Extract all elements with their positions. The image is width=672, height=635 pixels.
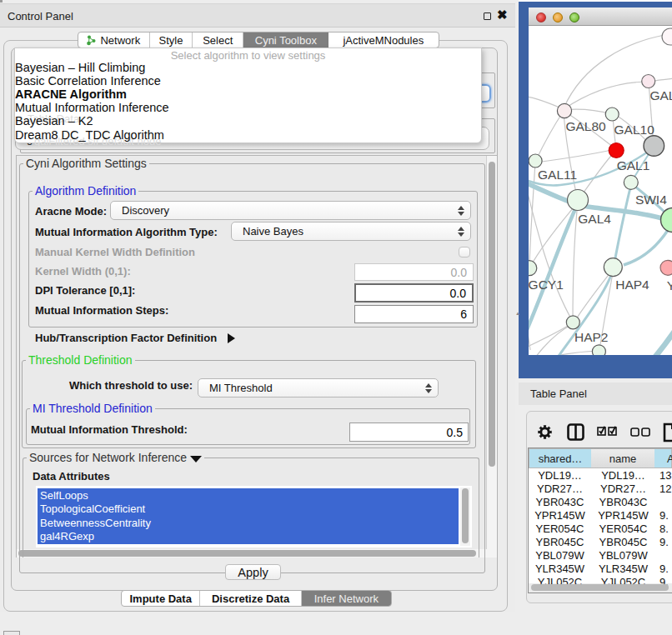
svg-text:GAL7: GAL7 bbox=[649, 88, 672, 102]
svg-text:GAL10: GAL10 bbox=[614, 122, 655, 137]
svg-text:SWI4: SWI4 bbox=[635, 192, 667, 207]
svg-text:GAL1: GAL1 bbox=[617, 158, 650, 172]
svg-text:GAL11: GAL11 bbox=[538, 168, 577, 182]
svg-text:GAL80: GAL80 bbox=[565, 119, 606, 133]
svg-text:GCY1: GCY1 bbox=[529, 278, 564, 292]
svg-text:Y: Y bbox=[667, 278, 672, 292]
svg-text:HAP4: HAP4 bbox=[615, 278, 649, 292]
svg-text:GAL4: GAL4 bbox=[578, 212, 611, 226]
svg-text:HAP2: HAP2 bbox=[574, 330, 609, 344]
